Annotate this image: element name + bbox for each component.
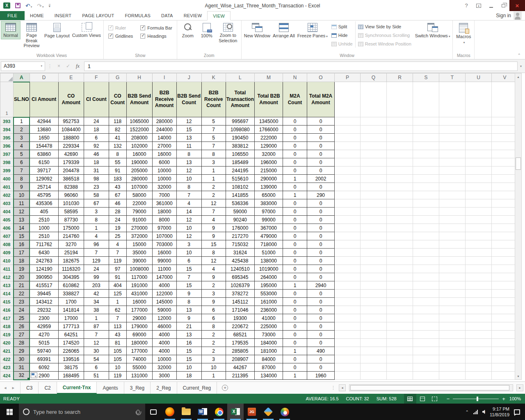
cell[interactable]: 97 bbox=[109, 265, 126, 273]
empty-cell[interactable] bbox=[466, 347, 492, 355]
scroll-right-arrow[interactable]: ▸ bbox=[516, 384, 523, 391]
cell[interactable]: 28 bbox=[109, 208, 126, 216]
cell[interactable]: 141814 bbox=[58, 306, 84, 314]
ribbon-tab-data[interactable]: DATA bbox=[156, 11, 178, 20]
cell[interactable]: 4 bbox=[201, 265, 226, 273]
cell[interactable]: 215000 bbox=[255, 167, 283, 175]
select-all-corner[interactable] bbox=[0, 73, 14, 82]
cell[interactable]: 20 bbox=[14, 273, 30, 281]
cell[interactable]: 15 bbox=[201, 240, 226, 249]
column-header-S[interactable]: S bbox=[413, 73, 439, 82]
cell[interactable]: 8 bbox=[201, 322, 226, 331]
empty-cell[interactable] bbox=[492, 322, 518, 331]
empty-cell[interactable] bbox=[361, 331, 387, 339]
cell[interactable]: 31624 bbox=[226, 249, 254, 257]
cell[interactable]: 42690 bbox=[58, 150, 84, 158]
cell[interactable]: 55 bbox=[109, 158, 126, 167]
empty-cell[interactable] bbox=[492, 142, 518, 150]
cell[interactable]: 718000 bbox=[255, 240, 283, 249]
column-header-A[interactable]: A bbox=[14, 73, 30, 82]
empty-cell[interactable] bbox=[335, 82, 361, 117]
cell[interactable]: 7 bbox=[201, 142, 226, 150]
cell[interactable]: 9 bbox=[201, 224, 226, 232]
empty-cell[interactable] bbox=[387, 273, 413, 281]
empty-cell[interactable] bbox=[387, 257, 413, 265]
help-button[interactable]: ? bbox=[460, 0, 472, 11]
cell[interactable]: 1 bbox=[283, 372, 307, 380]
empty-cell[interactable] bbox=[439, 117, 466, 126]
empty-cell[interactable] bbox=[413, 298, 439, 306]
empty-cell[interactable] bbox=[413, 208, 439, 216]
cell[interactable]: 208000 bbox=[126, 134, 152, 142]
cell[interactable]: 15 bbox=[176, 281, 201, 290]
empty-cell[interactable] bbox=[466, 281, 492, 290]
cell[interactable]: 18000 bbox=[152, 208, 176, 216]
column-header-J[interactable]: J bbox=[176, 73, 201, 82]
cell[interactable]: 2510 bbox=[30, 216, 58, 224]
cell[interactable]: 15 bbox=[14, 232, 30, 240]
empty-cell[interactable] bbox=[335, 117, 361, 126]
empty-cell[interactable] bbox=[335, 216, 361, 224]
row-header-400[interactable]: 400 bbox=[0, 175, 14, 183]
header-cell-2[interactable]: CO Amount bbox=[58, 82, 84, 117]
cell[interactable]: 10 bbox=[201, 363, 226, 372]
empty-cell[interactable] bbox=[413, 306, 439, 314]
empty-cell[interactable] bbox=[492, 216, 518, 224]
cell[interactable]: 190000 bbox=[126, 158, 152, 167]
taskbar-app-paint[interactable] bbox=[276, 404, 293, 420]
empty-cell[interactable] bbox=[335, 314, 361, 322]
empty-cell[interactable] bbox=[413, 257, 439, 265]
cell[interactable]: 4000 bbox=[152, 339, 176, 347]
cell[interactable]: 2 bbox=[201, 281, 226, 290]
cell[interactable]: 1065000 bbox=[126, 117, 152, 126]
new-sheet-button[interactable]: + bbox=[217, 382, 233, 394]
cell[interactable]: 204478 bbox=[58, 167, 84, 175]
header-cell-8[interactable]: B2B Receive Count bbox=[201, 82, 226, 117]
cell[interactable]: 205000 bbox=[126, 167, 152, 175]
cell[interactable]: 0 bbox=[283, 134, 307, 142]
empty-cell[interactable] bbox=[492, 306, 518, 314]
row-header-414[interactable]: 414 bbox=[0, 290, 14, 298]
cell[interactable]: 2 bbox=[201, 331, 226, 339]
cell[interactable]: 39000 bbox=[126, 257, 152, 265]
cell[interactable]: 31 bbox=[84, 167, 109, 175]
view-side-by-side-button[interactable]: View Side by Side bbox=[358, 23, 411, 30]
cell[interactable]: 490 bbox=[307, 347, 335, 355]
taskbar-app-firefox[interactable] bbox=[162, 404, 178, 420]
empty-cell[interactable] bbox=[361, 240, 387, 249]
cell[interactable]: 14 bbox=[176, 208, 201, 216]
cell[interactable]: 4000 bbox=[152, 347, 176, 355]
empty-cell[interactable] bbox=[387, 363, 413, 372]
empty-cell[interactable] bbox=[361, 183, 387, 191]
cell[interactable]: 1084400 bbox=[58, 126, 84, 134]
cell[interactable]: 2 bbox=[201, 191, 226, 199]
empty-cell[interactable] bbox=[439, 322, 466, 331]
page-layout-button[interactable]: Page Layout bbox=[43, 21, 71, 39]
empty-cell[interactable] bbox=[361, 158, 387, 167]
empty-cell[interactable] bbox=[387, 117, 413, 126]
empty-cell[interactable] bbox=[361, 224, 387, 232]
cell[interactable]: 58595 bbox=[58, 208, 84, 216]
row-header-404[interactable]: 404 bbox=[0, 208, 14, 216]
empty-cell[interactable] bbox=[387, 199, 413, 208]
taskbar-app-word[interactable] bbox=[194, 404, 211, 420]
empty-cell[interactable] bbox=[439, 82, 466, 117]
empty-cell[interactable] bbox=[439, 363, 466, 372]
cancel-entry-button[interactable]: × bbox=[55, 63, 63, 69]
horizontal-scrollbar[interactable] bbox=[349, 384, 513, 391]
cell[interactable]: 13 bbox=[176, 158, 201, 167]
empty-cell[interactable] bbox=[387, 126, 413, 134]
hide-button[interactable]: Hide bbox=[331, 32, 353, 39]
empty-cell[interactable] bbox=[439, 290, 466, 298]
cell[interactable]: 361000 bbox=[152, 199, 176, 208]
row-header-420[interactable]: 420 bbox=[0, 339, 14, 347]
network-signal-icon[interactable] bbox=[473, 410, 478, 414]
cell[interactable]: 16 bbox=[14, 240, 30, 249]
switch-windows-button[interactable]: Switch Windows▾ bbox=[414, 21, 452, 39]
horizontal-scroll-thumb[interactable] bbox=[350, 385, 509, 390]
cell[interactable]: 124190 bbox=[30, 265, 58, 273]
empty-cell[interactable] bbox=[439, 306, 466, 314]
cell[interactable]: 4 bbox=[109, 240, 126, 249]
empty-cell[interactable] bbox=[439, 134, 466, 142]
empty-cell[interactable] bbox=[387, 158, 413, 167]
